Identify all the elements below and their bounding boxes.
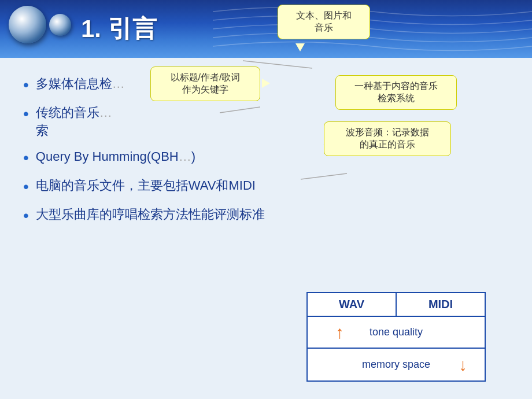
bullet-item-5: • 大型乐曲库的哼唱检索方法性能评测标准 bbox=[23, 206, 509, 227]
bullet-dot-5: • bbox=[23, 204, 29, 227]
bullet-dot-2: • bbox=[23, 102, 29, 125]
table-row-memory: memory space ↓ bbox=[308, 349, 485, 380]
callout-waveform: 波形音频：记录数据 的真正的音乐 bbox=[324, 121, 451, 156]
slide-header: 1. 引言 bbox=[0, 0, 532, 58]
arrow-up-icon: ↑ bbox=[335, 323, 344, 342]
bullet-text-2: 传统的音乐…索 bbox=[36, 104, 112, 140]
wav-midi-table: WAV MIDI ↑ tone quality memory space ↓ bbox=[306, 292, 486, 382]
table-header: WAV MIDI bbox=[308, 293, 485, 317]
callout-content-retrieval: 一种基于内容的音乐 检索系统 bbox=[335, 75, 457, 110]
callout-media-types: 文本、图片和 音乐 bbox=[278, 5, 370, 39]
slide-title: 1. 引言 bbox=[81, 13, 157, 45]
bullet-item-4: • 电脑的音乐文件，主要包括WAV和MIDI bbox=[23, 177, 509, 198]
sphere-small bbox=[49, 14, 71, 36]
arrow-down-icon: ↓ bbox=[459, 355, 467, 375]
table-header-wav: WAV bbox=[308, 293, 397, 316]
bullet-text-1: 多媒体信息检… bbox=[36, 75, 125, 93]
callout-keywords: 以标题/作者/歌词 作为矢键字 bbox=[150, 66, 260, 101]
bullet-text-3: Query By Humming(QBH…) bbox=[36, 148, 195, 166]
tone-quality-cell: tone quality bbox=[308, 320, 485, 344]
bullet-dot-1: • bbox=[23, 73, 29, 96]
bullet-dot-3: • bbox=[23, 146, 29, 169]
bullet-text-4: 电脑的音乐文件，主要包括WAV和MIDI bbox=[36, 177, 256, 195]
table-header-midi: MIDI bbox=[397, 293, 485, 316]
bullet-dot-4: • bbox=[23, 175, 29, 198]
bullet-text-5: 大型乐曲库的哼唱检索方法性能评测标准 bbox=[36, 206, 265, 224]
sphere-large bbox=[9, 6, 46, 43]
table-row-tone: ↑ tone quality bbox=[308, 317, 485, 349]
sphere-decoration bbox=[9, 6, 71, 43]
